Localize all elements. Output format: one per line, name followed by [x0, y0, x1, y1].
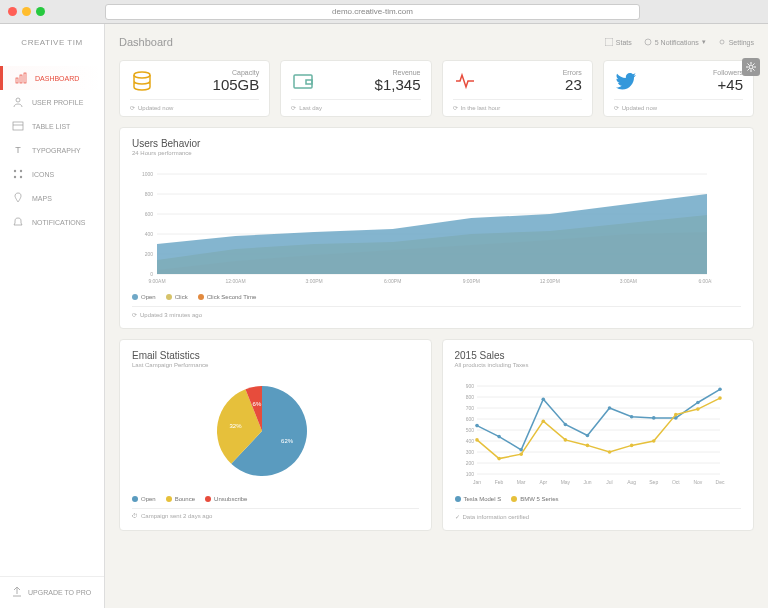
svg-text:600: 600 [465, 416, 474, 422]
footer-text: Data information certified [463, 514, 530, 520]
svg-text:1000: 1000 [142, 171, 153, 177]
nav-label: USER PROFILE [32, 99, 83, 106]
stat-footer: ⟳ Updated now [614, 99, 743, 111]
page-title: Dashboard [119, 36, 173, 48]
svg-rect-0 [16, 78, 18, 83]
svg-point-12 [645, 39, 651, 45]
svg-text:Oct: Oct [671, 479, 679, 485]
label: Settings [729, 39, 754, 46]
stat-icon [130, 69, 154, 93]
svg-point-68 [696, 401, 700, 405]
card-title: Email Statistics [132, 350, 419, 361]
svg-point-71 [497, 457, 501, 461]
svg-point-58 [475, 424, 479, 428]
area-chart: 020040060080010009:00AM12:00AM3:00PM6:00… [132, 164, 741, 288]
svg-point-73 [541, 419, 545, 423]
close-icon[interactable] [8, 7, 17, 16]
stat-card: Followers+45⟳ Updated now [603, 60, 754, 117]
minimize-icon[interactable] [22, 7, 31, 16]
stat-footer: ⟳ In the last hour [453, 99, 582, 111]
svg-text:Mar: Mar [516, 479, 525, 485]
svg-text:9:00PM: 9:00PM [463, 278, 480, 284]
card-footer: ⟳Updated 3 minutes ago [132, 306, 741, 318]
card-subtitle: 24 Hours performance [132, 150, 741, 156]
nav-label: TYPOGRAPHY [32, 147, 81, 154]
svg-text:500: 500 [465, 427, 474, 433]
user-icon [12, 96, 24, 108]
gear-icon [745, 61, 757, 73]
stats-link[interactable]: Stats [605, 38, 632, 46]
svg-point-14 [134, 72, 150, 78]
notifications-dropdown[interactable]: 5 Notifications▾ [644, 38, 706, 46]
label: 5 Notifications [655, 39, 699, 46]
upload-icon [12, 587, 22, 598]
svg-text:12:00AM: 12:00AM [226, 278, 246, 284]
svg-text:200: 200 [465, 460, 474, 466]
refresh-icon: ⟳ [614, 104, 619, 111]
upgrade-link[interactable]: UPGRADE TO PRO [0, 576, 104, 608]
topbar: Dashboard Stats 5 Notifications▾ Setting… [105, 24, 768, 60]
svg-text:Sep: Sep [649, 479, 658, 485]
stat-label: Revenue [375, 69, 421, 76]
refresh-icon: ⟳ [130, 104, 135, 111]
svg-text:600: 600 [145, 211, 154, 217]
stats-row: Capacity105GB⟳ Updated nowRevenue$1,345⟳… [119, 60, 754, 117]
sidebar-item-dashboard[interactable]: DASHBOARD [0, 66, 104, 90]
svg-text:Dec: Dec [715, 479, 724, 485]
svg-point-76 [607, 450, 611, 454]
stat-card: Errors23⟳ In the last hour [442, 60, 593, 117]
svg-point-78 [651, 439, 655, 443]
svg-text:Jul: Jul [606, 479, 612, 485]
nav: DASHBOARD USER PROFILE TABLE LIST TTYPOG… [0, 60, 104, 576]
legend-item: Unsubscribe [205, 496, 247, 502]
main: Dashboard Stats 5 Notifications▾ Setting… [105, 24, 768, 608]
stat-icon [453, 69, 477, 93]
nav-label: TABLE LIST [32, 123, 70, 130]
svg-rect-1 [20, 75, 22, 83]
settings-fab[interactable] [742, 58, 760, 76]
maximize-icon[interactable] [36, 7, 45, 16]
stat-footer: ⟳ Last day [291, 99, 420, 111]
svg-point-64 [607, 406, 611, 410]
svg-text:6:00PM: 6:00PM [384, 278, 401, 284]
svg-text:200: 200 [145, 251, 154, 257]
card-subtitle: Last Campaign Performance [132, 362, 419, 368]
footer-text: Campaign sent 2 days ago [141, 513, 212, 519]
stat-icon [614, 69, 638, 93]
legend: OpenBounceUnsubscribe [132, 496, 419, 502]
svg-point-61 [541, 397, 545, 401]
svg-point-80 [696, 407, 700, 411]
stat-card: Capacity105GB⟳ Updated now [119, 60, 270, 117]
url-bar[interactable]: demo.creative-tim.com [105, 4, 640, 20]
svg-text:Feb: Feb [494, 479, 503, 485]
svg-text:Aug: Aug [627, 479, 636, 485]
legend-item: Open [132, 496, 156, 502]
svg-text:3:00AM: 3:00AM [620, 278, 637, 284]
svg-point-62 [563, 423, 567, 427]
svg-point-66 [651, 416, 655, 420]
grid-icon [12, 168, 24, 180]
settings-link[interactable]: Settings [718, 38, 754, 46]
svg-point-65 [629, 415, 633, 419]
sidebar-item-table[interactable]: TABLE LIST [0, 114, 104, 138]
svg-point-63 [585, 434, 589, 438]
stat-card: Revenue$1,345⟳ Last day [280, 60, 431, 117]
sidebar-item-typography[interactable]: TTYPOGRAPHY [0, 138, 104, 162]
globe-icon [644, 38, 652, 46]
svg-text:Jun: Jun [583, 479, 591, 485]
svg-point-7 [14, 170, 16, 172]
svg-point-10 [20, 176, 22, 178]
legend: OpenClickClick Second Time [132, 294, 741, 300]
sidebar-item-user[interactable]: USER PROFILE [0, 90, 104, 114]
svg-rect-11 [605, 38, 613, 46]
sidebar-item-icons[interactable]: ICONS [0, 162, 104, 186]
traffic-lights [8, 7, 45, 16]
stat-icon [291, 69, 315, 93]
legend-item: Open [132, 294, 156, 300]
legend: Tesla Model SBMW 5 Series [455, 496, 742, 502]
sidebar-item-notifications[interactable]: NOTIFICATIONS [0, 210, 104, 234]
svg-point-77 [629, 444, 633, 448]
bell-icon [12, 216, 24, 228]
stat-label: Capacity [213, 69, 260, 76]
sidebar-item-maps[interactable]: MAPS [0, 186, 104, 210]
